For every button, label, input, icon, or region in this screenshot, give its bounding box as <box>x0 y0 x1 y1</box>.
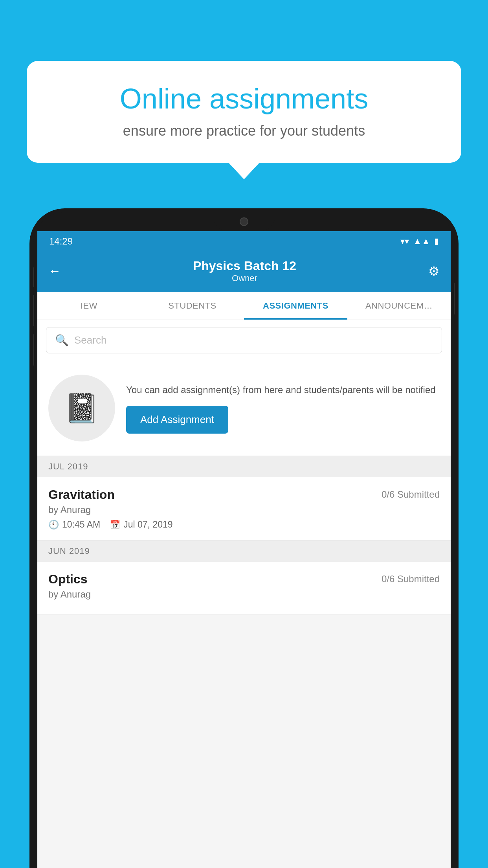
tab-students[interactable]: STUDENTS <box>141 292 244 320</box>
month-divider-jun: JUN 2019 <box>37 541 451 562</box>
assignment-item-optics[interactable]: Optics 0/6 Submitted by Anurag <box>37 562 451 614</box>
assignment-item-gravitation[interactable]: Gravitation 0/6 Submitted by Anurag 🕙 10… <box>37 477 451 541</box>
assignment-submitted: 0/6 Submitted <box>382 487 440 500</box>
assignment-name-optics: Optics <box>48 572 88 587</box>
phone-frame: 14:29 ▾▾ ▲▲ ▮ ← Physics Batch 12 Owner ⚙ <box>29 208 459 868</box>
header-center: Physics Batch 12 Owner <box>193 259 296 283</box>
add-assignment-button[interactable]: Add Assignment <box>126 406 228 434</box>
assignment-by: by Anurag <box>48 504 440 515</box>
assignment-time-value: 10:45 AM <box>62 519 100 530</box>
back-button[interactable]: ← <box>48 264 61 278</box>
assignment-time: 🕙 10:45 AM <box>48 519 100 530</box>
status-bar: 14:29 ▾▾ ▲▲ ▮ <box>37 231 451 252</box>
assignment-by-optics: by Anurag <box>48 589 440 600</box>
assignment-name: Gravitation <box>48 487 115 502</box>
wifi-icon: ▾▾ <box>400 236 409 246</box>
assignment-top-row: Gravitation 0/6 Submitted <box>48 487 440 502</box>
add-assignment-right: You can add assignment(s) from here and … <box>126 383 440 434</box>
header-title: Physics Batch 12 <box>193 259 296 273</box>
clock-icon: 🕙 <box>48 520 59 530</box>
screen: 14:29 ▾▾ ▲▲ ▮ ← Physics Batch 12 Owner ⚙ <box>37 231 451 868</box>
bubble-subtitle: ensure more practice for your students <box>52 123 436 139</box>
app-header: ← Physics Batch 12 Owner ⚙ <box>37 252 451 292</box>
settings-button[interactable]: ⚙ <box>428 264 440 279</box>
month-divider-jul: JUL 2019 <box>37 456 451 477</box>
phone-vol-down <box>33 334 34 366</box>
assignment-date: 📅 Jul 07, 2019 <box>110 519 172 530</box>
bubble-title: Online assignments <box>52 83 436 115</box>
header-subtitle: Owner <box>193 273 296 283</box>
phone-power-button <box>454 283 455 314</box>
assignment-submitted-optics: 0/6 Submitted <box>382 572 440 585</box>
search-input[interactable]: Search <box>74 334 106 346</box>
tab-assignments[interactable]: ASSIGNMENTS <box>244 292 347 320</box>
search-icon: 🔍 <box>55 334 69 347</box>
phone-vol-up <box>33 295 34 326</box>
status-icons: ▾▾ ▲▲ ▮ <box>400 236 439 246</box>
add-assignment-section: 📓 You can add assignment(s) from here an… <box>37 360 451 456</box>
calendar-icon: 📅 <box>110 520 120 530</box>
notebook-icon: 📓 <box>64 392 99 425</box>
front-camera <box>240 217 248 226</box>
speech-bubble: Online assignments ensure more practice … <box>27 61 461 163</box>
battery-icon: ▮ <box>434 236 439 246</box>
search-container: 🔍 Search <box>37 320 451 360</box>
phone-inner: 14:29 ▾▾ ▲▲ ▮ ← Physics Batch 12 Owner ⚙ <box>33 212 455 868</box>
assignment-top-row-optics: Optics 0/6 Submitted <box>48 572 440 587</box>
tabs-container: IEW STUDENTS ASSIGNMENTS ANNOUNCEM… <box>37 292 451 320</box>
tab-iew[interactable]: IEW <box>37 292 141 320</box>
search-bar[interactable]: 🔍 Search <box>46 327 442 353</box>
add-assignment-desc: You can add assignment(s) from here and … <box>126 383 440 397</box>
assignment-date-value: Jul 07, 2019 <box>123 519 172 530</box>
speech-bubble-container: Online assignments ensure more practice … <box>27 61 461 163</box>
status-time: 14:29 <box>49 236 400 247</box>
assignment-meta: 🕙 10:45 AM 📅 Jul 07, 2019 <box>48 519 440 530</box>
phone-notch <box>213 212 275 231</box>
tab-announcements[interactable]: ANNOUNCEM… <box>347 292 451 320</box>
phone-vol-silent <box>33 267 34 287</box>
assignment-icon-circle: 📓 <box>48 375 115 441</box>
signal-icon: ▲▲ <box>413 236 430 246</box>
